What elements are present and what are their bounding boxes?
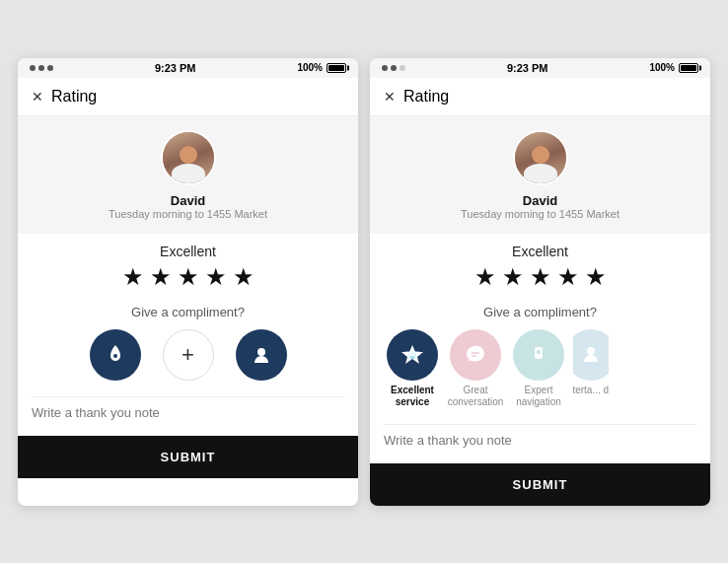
star-1-left[interactable]: ★ <box>122 263 144 291</box>
driver-trip-right: Tuesday morning to 1455 Market <box>461 208 619 220</box>
compliment-label-expert-right: Expert navigation <box>510 385 567 408</box>
compliment-item-entertain-right[interactable]: Enterta... drivi <box>573 329 609 396</box>
driver-name-right: David <box>523 193 557 208</box>
compliment-icon-rocket-left <box>90 329 141 381</box>
status-right-right: 100% <box>649 62 698 73</box>
thank-you-section-right <box>370 416 710 463</box>
thank-you-section-left <box>18 388 358 436</box>
dot1 <box>30 65 36 71</box>
driver-trip-left: Tuesday morning to 1455 Market <box>109 208 267 220</box>
compliment-item-excellent-right[interactable]: Excellent service <box>384 329 441 408</box>
header-right: ✕ Rating <box>370 78 710 116</box>
compliment-icon-astronaut-left <box>236 329 287 381</box>
svg-point-1 <box>257 348 265 356</box>
thank-you-input-right[interactable] <box>384 424 696 456</box>
rating-section-left: Excellent ★ ★ ★ ★ ★ <box>18 234 358 297</box>
compliment-item-expert-right[interactable]: Expert navigation <box>510 329 567 408</box>
battery-icon-right <box>679 63 698 73</box>
svg-point-6 <box>537 350 541 354</box>
close-button-right[interactable]: ✕ <box>384 89 396 105</box>
rating-label-left: Excellent <box>32 244 344 259</box>
compliment-label-left: Give a compliment? <box>32 305 344 319</box>
battery-fill-left <box>328 65 344 71</box>
dot2 <box>38 65 44 71</box>
compliment-items-left: + <box>32 329 344 381</box>
header-title-right: Rating <box>403 88 449 106</box>
avatar-right <box>513 130 568 185</box>
star-4-right[interactable]: ★ <box>557 263 579 291</box>
phone-right: 9:23 PM 100% ✕ Rating David Tuesday morn… <box>370 58 710 506</box>
compliment-icon-expert-right <box>513 329 564 381</box>
star-2-left[interactable]: ★ <box>150 263 172 291</box>
compliment-item-great-right[interactable]: Great conversation <box>447 329 504 408</box>
phones-container: 9:23 PM 100% ✕ Rating David Tuesday morn… <box>8 48 720 516</box>
add-button-left[interactable]: + <box>163 329 214 381</box>
battery-fill-right <box>681 65 696 71</box>
compliment-icon-entertain-right <box>573 329 609 381</box>
rating-section-right: Excellent ★ ★ ★ ★ ★ <box>370 234 710 297</box>
star-1-right[interactable]: ★ <box>474 263 496 291</box>
status-bar-right: 9:23 PM 100% <box>370 58 710 78</box>
star-4-left[interactable]: ★ <box>205 263 227 291</box>
compliment-icon-great-right <box>450 329 501 381</box>
compliment-label-great-right: Great conversation <box>447 385 504 408</box>
compliment-section-left: Give a compliment? + <box>18 297 358 388</box>
driver-section-left: David Tuesday morning to 1455 Market <box>18 116 358 234</box>
star-5-left[interactable]: ★ <box>233 263 255 291</box>
stars-left[interactable]: ★ ★ ★ ★ ★ <box>32 263 344 291</box>
close-button-left[interactable]: ✕ <box>32 89 43 105</box>
submit-button-right[interactable]: SUBMIT <box>370 463 710 506</box>
signal-dots-left <box>30 65 53 71</box>
compliment-icon-excellent-right <box>387 329 438 381</box>
star-2-right[interactable]: ★ <box>502 263 524 291</box>
compliment-label-excellent-right: Excellent service <box>384 385 441 408</box>
compliment-items-right: Excellent service Great conversation <box>384 329 696 408</box>
battery-pct-left: 100% <box>297 62 323 73</box>
dot2-right <box>391 65 397 71</box>
avatar-img-left <box>163 132 214 183</box>
header-title-left: Rating <box>51 88 97 106</box>
star-3-right[interactable]: ★ <box>530 263 551 291</box>
driver-name-left: David <box>171 193 205 208</box>
thank-you-input-left[interactable] <box>32 396 344 428</box>
dot3-right <box>400 65 405 71</box>
battery-icon-left <box>327 63 346 73</box>
submit-button-left[interactable]: SUBMIT <box>18 436 358 478</box>
svg-point-0 <box>113 354 117 358</box>
stars-right[interactable]: ★ ★ ★ ★ ★ <box>384 263 696 291</box>
time-right: 9:23 PM <box>507 62 548 74</box>
battery-pct-right: 100% <box>649 62 675 73</box>
driver-section-right: David Tuesday morning to 1455 Market <box>370 116 710 234</box>
star-5-right[interactable]: ★ <box>585 263 607 291</box>
compliment-section-right: Give a compliment? Excellent service <box>370 297 710 416</box>
dot3 <box>47 65 53 71</box>
compliment-label-entertain-right: Enterta... drivi <box>573 385 609 396</box>
header-left: ✕ Rating <box>18 78 358 116</box>
dot1-right <box>382 65 388 71</box>
signal-dots-right <box>382 65 405 71</box>
compliment-item-rocket-left[interactable] <box>84 329 147 381</box>
compliment-label-right: Give a compliment? <box>384 305 696 319</box>
avatar-left <box>161 130 216 185</box>
compliment-item-astronaut-left[interactable] <box>230 329 293 381</box>
star-3-left[interactable]: ★ <box>178 263 199 291</box>
time-left: 9:23 PM <box>155 62 196 74</box>
status-bar-left: 9:23 PM 100% <box>18 58 358 78</box>
compliment-item-add-left[interactable]: + <box>157 329 220 381</box>
avatar-img-right <box>515 132 566 183</box>
svg-point-7 <box>587 347 595 355</box>
status-right-left: 100% <box>297 62 346 73</box>
rating-label-right: Excellent <box>384 244 696 259</box>
phone-left: 9:23 PM 100% ✕ Rating David Tuesday morn… <box>18 58 358 506</box>
